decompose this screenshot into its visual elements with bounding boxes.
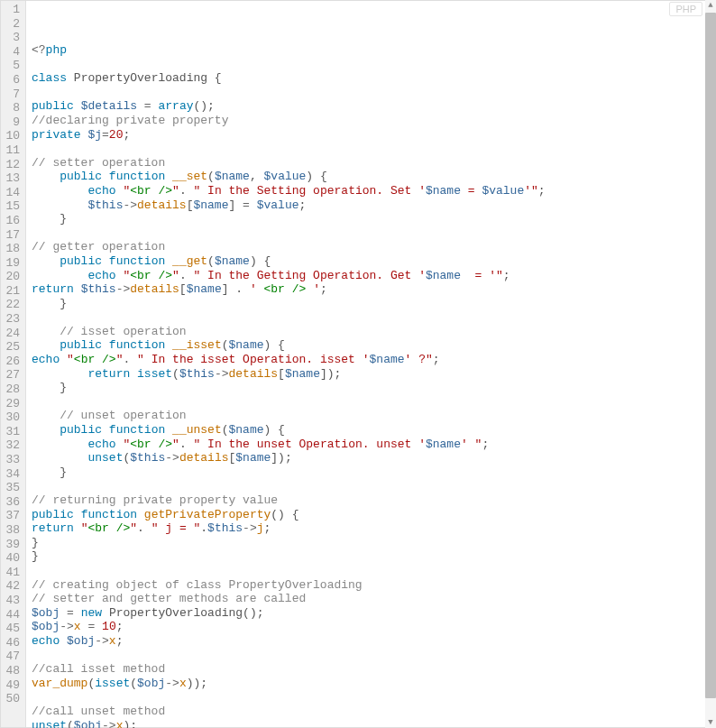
code-line[interactable]: // creating object of class PropertyOver… <box>32 578 715 593</box>
line-number: 24 <box>3 327 20 341</box>
scroll-up-arrow[interactable]: ▲ <box>705 0 716 11</box>
code-line[interactable]: echo "<br />". " In the isset Operation.… <box>32 353 715 367</box>
code-line[interactable]: public function __set($name, $value) { <box>32 170 715 184</box>
token-num: 10 <box>102 620 116 633</box>
token-pn: } <box>32 297 67 310</box>
token-op: -> <box>215 367 229 381</box>
code-line[interactable]: unset($obj->x); <box>32 719 715 729</box>
token-op: -> <box>116 282 131 296</box>
code-area[interactable]: <?php class PropertyOverloading { public… <box>26 1 715 727</box>
token-pn <box>32 269 87 282</box>
token-var: $name <box>193 198 228 212</box>
token-pn: ; <box>264 521 271 535</box>
code-line[interactable] <box>32 58 715 72</box>
code-line[interactable]: return isset($this->details[$name]); <box>32 367 715 382</box>
code-line[interactable]: private $j=20; <box>32 128 715 143</box>
code-line[interactable]: // setter and getter methods are called <box>32 592 715 606</box>
code-editor[interactable]: 1234567891011121314151617181920212223242… <box>0 0 716 728</box>
code-line[interactable]: var_dump(isset($obj->x)); <box>32 677 715 691</box>
token-op: -> <box>165 677 179 690</box>
token-kw: isset <box>137 367 172 381</box>
code-line[interactable]: echo "<br />". " In the Getting Operatio… <box>32 269 715 283</box>
code-line[interactable]: } <box>32 465 715 480</box>
code-line[interactable]: return "<br />". " j = ".$this->j; <box>32 521 715 536</box>
token-cmt: // unset operation <box>60 409 186 422</box>
code-line[interactable]: echo "<br />". " In the Setting operatio… <box>32 184 715 198</box>
scroll-down-arrow[interactable]: ▼ <box>705 717 716 728</box>
code-line[interactable]: //declaring private property <box>32 114 715 128</box>
code-line[interactable]: public function getPrivateProperty() { <box>32 508 715 522</box>
code-line[interactable]: //call isset method <box>32 662 715 677</box>
code-line[interactable] <box>32 649 715 663</box>
code-line[interactable]: public function __unset($name) { <box>32 423 715 438</box>
token-pn <box>102 170 109 183</box>
token-pn: ( <box>222 423 229 437</box>
code-line[interactable] <box>32 479 715 493</box>
token-cls: PropertyOverloading <box>74 71 207 85</box>
token-fn: __isset <box>172 338 222 352</box>
code-line[interactable]: public $details = array(); <box>32 99 715 114</box>
line-number: 25 <box>3 340 20 355</box>
line-number: 4 <box>3 45 20 60</box>
code-line[interactable]: // returning private property value <box>32 493 715 508</box>
token-str: " <box>172 269 179 282</box>
code-line[interactable]: $this->details[$name] = $value; <box>32 198 715 213</box>
token-var: $value <box>257 198 299 212</box>
code-line[interactable]: public function __isset($name) { <box>32 338 715 353</box>
token-fn: __get <box>172 254 207 268</box>
code-line[interactable]: echo $obj->x; <box>32 634 715 649</box>
line-number: 19 <box>3 256 20 271</box>
token-pn <box>102 423 109 437</box>
token-pn: ; <box>116 620 124 633</box>
code-line[interactable]: } <box>32 297 715 311</box>
token-kw: echo <box>32 634 60 648</box>
token-pn: ) { <box>264 423 285 437</box>
token-pn <box>130 367 137 381</box>
code-line[interactable]: //call unset method <box>32 705 715 719</box>
code-line[interactable]: $obj->x = 10; <box>32 620 715 634</box>
code-line[interactable] <box>32 395 715 410</box>
token-fn: x <box>109 634 116 648</box>
token-cmt: //call unset method <box>32 705 165 718</box>
token-pn: . <box>200 521 207 535</box>
line-number: 30 <box>3 410 20 425</box>
code-line[interactable]: } <box>32 549 715 564</box>
vertical-scrollbar[interactable]: ▲ ▼ <box>705 0 716 728</box>
code-line[interactable]: unset($this->details[$name]); <box>32 451 715 465</box>
language-badge: PHP <box>669 2 702 16</box>
code-line[interactable]: } <box>32 212 715 226</box>
line-number: 5 <box>3 59 20 73</box>
code-line[interactable] <box>32 690 715 705</box>
code-line[interactable]: class PropertyOverloading { <box>32 71 715 86</box>
scrollbar-thumb[interactable] <box>705 13 716 698</box>
token-kw: unset <box>32 719 67 729</box>
token-pn: . <box>123 353 137 366</box>
code-line[interactable]: $obj = new PropertyOverloading(); <box>32 606 715 621</box>
code-line[interactable]: } <box>32 381 715 395</box>
token-str: ' <box>306 282 320 296</box>
code-line[interactable]: // unset operation <box>32 409 715 423</box>
token-kw: function <box>109 423 165 437</box>
code-line[interactable]: return $this->details[$name] . ' <br /> … <box>32 282 715 297</box>
code-line[interactable] <box>32 310 715 325</box>
line-number: 23 <box>3 312 20 327</box>
code-line[interactable] <box>32 564 715 578</box>
code-line[interactable]: // isset operation <box>32 325 715 339</box>
code-line[interactable]: echo "<br />". " In the unset Operation.… <box>32 438 715 452</box>
token-kw: public <box>60 254 102 268</box>
code-line[interactable]: } <box>32 536 715 550</box>
token-str: " In the Getting Operation. Get ' <box>194 269 426 282</box>
code-line[interactable] <box>32 142 715 156</box>
code-line[interactable]: <?php <box>32 43 715 58</box>
code-line[interactable]: // setter operation <box>32 156 715 170</box>
code-line[interactable]: // getter operation <box>32 240 715 254</box>
code-line[interactable] <box>32 86 715 100</box>
line-number: 17 <box>3 228 20 243</box>
token-var: $name <box>285 367 320 381</box>
code-line[interactable] <box>32 226 715 241</box>
token-kw: new <box>81 606 102 620</box>
token-pn: ]); <box>271 451 291 465</box>
token-cls: PropertyOverloading <box>109 606 243 620</box>
code-line[interactable]: public function __get($name) { <box>32 254 715 269</box>
line-number: 45 <box>3 622 20 636</box>
